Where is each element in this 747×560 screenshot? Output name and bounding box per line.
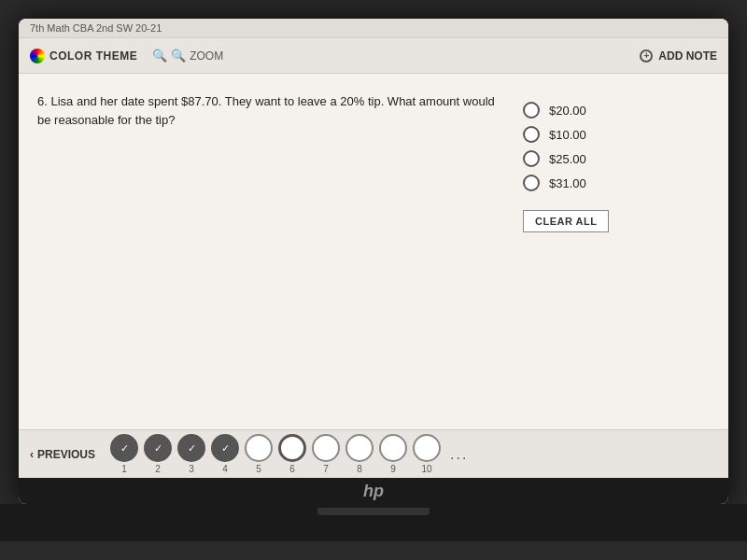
exam-title: 7th Math CBA 2nd SW 20-21 xyxy=(30,22,162,34)
answer-option-b[interactable]: $10.00 xyxy=(523,126,710,143)
title-bar: 7th Math CBA 2nd SW 20-21 xyxy=(19,19,728,38)
question-body: Lisa and her date spent $87.70. They wan… xyxy=(37,94,495,127)
check-icon-4: ✓ xyxy=(221,442,230,455)
add-note-label: ADD NOTE xyxy=(658,49,717,63)
more-items-dots[interactable]: ... xyxy=(450,446,468,463)
answer-label-d: $31.00 xyxy=(549,176,586,190)
nav-circle-10[interactable] xyxy=(413,434,441,462)
answer-label-b: $10.00 xyxy=(549,128,586,142)
radio-a[interactable] xyxy=(523,102,540,119)
nav-item-2[interactable]: ✓ 2 xyxy=(144,434,172,474)
main-content: 6. Lisa and her date spent $87.70. They … xyxy=(19,74,728,429)
check-icon-1: ✓ xyxy=(120,442,129,455)
question-number: 6. xyxy=(37,94,50,108)
nav-item-1[interactable]: ✓ 1 xyxy=(110,434,138,474)
answer-option-a[interactable]: $20.00 xyxy=(523,102,710,119)
zoom-in-icon[interactable]: 🔍 xyxy=(171,49,186,63)
check-icon-2: ✓ xyxy=(154,442,162,455)
question-text: 6. Lisa and her date spent $87.70. They … xyxy=(37,92,504,420)
add-note-button[interactable]: + ADD NOTE xyxy=(640,49,717,63)
bottom-navigation: ‹ PREVIOUS ✓ 1 ✓ 2 xyxy=(19,429,728,478)
laptop-hinge xyxy=(317,508,430,515)
nav-circle-2[interactable]: ✓ xyxy=(144,434,172,462)
nav-circle-9[interactable] xyxy=(379,434,407,462)
nav-item-8[interactable]: 8 xyxy=(345,434,374,474)
answers-area: $20.00 $10.00 $25.00 $31.00 xyxy=(523,92,710,420)
nav-item-9[interactable]: 9 xyxy=(379,434,407,474)
prev-arrow-icon: ‹ xyxy=(30,448,34,461)
nav-circle-8[interactable] xyxy=(345,434,374,462)
zoom-label: ZOOM xyxy=(190,49,223,63)
nav-item-5[interactable]: 5 xyxy=(245,434,273,474)
nav-circle-1[interactable]: ✓ xyxy=(110,434,138,462)
hp-logo: hp xyxy=(363,482,384,501)
nav-circle-4[interactable]: ✓ xyxy=(211,434,239,462)
add-note-icon: + xyxy=(640,49,653,63)
color-theme-button[interactable]: COLOR THEME xyxy=(30,49,137,63)
clear-all-button[interactable]: CLEAR ALL xyxy=(523,210,609,232)
answer-label-a: $20.00 xyxy=(549,104,586,118)
answer-option-d[interactable]: $31.00 xyxy=(523,175,710,191)
radio-c[interactable] xyxy=(523,150,540,167)
check-icon-3: ✓ xyxy=(188,442,196,455)
radio-d[interactable] xyxy=(523,175,540,191)
answer-label-c: $25.00 xyxy=(549,152,586,166)
nav-item-3[interactable]: ✓ 3 xyxy=(177,434,205,474)
nav-circle-6[interactable] xyxy=(278,434,306,462)
nav-circle-7[interactable] xyxy=(312,434,340,462)
nav-item-6[interactable]: 6 xyxy=(278,434,306,474)
prev-label: PREVIOUS xyxy=(37,448,95,461)
answer-option-c[interactable]: $25.00 xyxy=(523,150,710,167)
nav-item-10[interactable]: 10 xyxy=(413,434,441,474)
previous-button[interactable]: ‹ PREVIOUS xyxy=(30,448,95,461)
radio-b[interactable] xyxy=(523,126,540,143)
nav-item-7[interactable]: 7 xyxy=(312,434,340,474)
top-toolbar: COLOR THEME 🔍 🔍 ZOOM + ADD NOTE xyxy=(19,38,728,74)
zoom-controls: 🔍 🔍 ZOOM xyxy=(152,49,223,63)
nav-item-4[interactable]: ✓ 4 xyxy=(211,434,239,474)
color-theme-label: COLOR THEME xyxy=(49,49,137,63)
nav-circle-5[interactable] xyxy=(245,434,273,462)
nav-circle-3[interactable]: ✓ xyxy=(177,434,205,462)
zoom-out-icon[interactable]: 🔍 xyxy=(152,49,167,63)
palette-icon xyxy=(30,49,45,63)
